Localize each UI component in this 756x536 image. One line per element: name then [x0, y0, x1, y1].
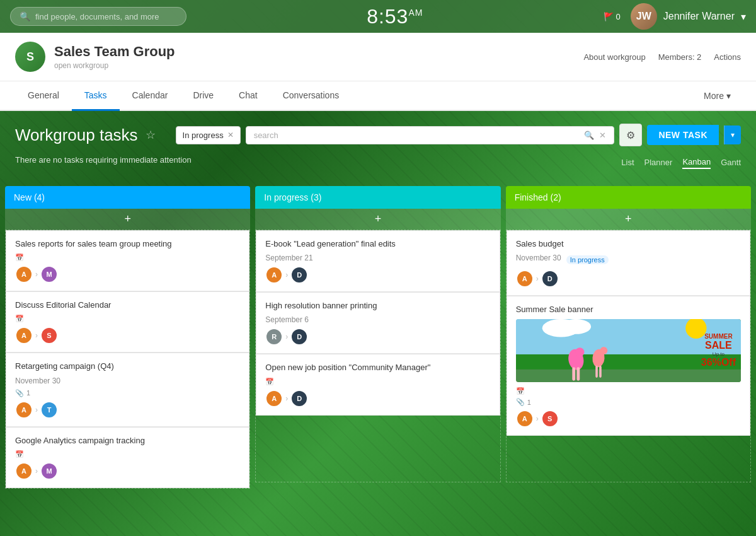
workgroup-header: S Sales Team Group open workgroup About …: [0, 33, 756, 81]
table-row[interactable]: Open new job position "Community Manager…: [256, 354, 500, 415]
new-task-button[interactable]: NEW TASK: [647, 125, 719, 145]
summer-sale-image: SUMMER SALE Up to 36%Off: [516, 319, 741, 382]
paperclip-icon: 📎: [516, 398, 525, 406]
filter-chip-remove[interactable]: ✕: [227, 131, 234, 139]
task-avatars: A › D: [516, 270, 741, 288]
avatar: A: [15, 401, 33, 419]
task-attachments: 📎 1: [516, 398, 741, 406]
tab-tasks[interactable]: Tasks: [72, 81, 120, 111]
view-kanban[interactable]: Kanban: [682, 156, 711, 169]
flag-badge: 🚩 0: [604, 12, 621, 21]
task-attachments: 📎 1: [15, 389, 240, 397]
avatar: S: [40, 327, 58, 344]
tasks-header: Workgroup tasks ☆ In progress ✕ 🔍 ✕ ⚙ NE…: [15, 124, 741, 146]
tab-calendar[interactable]: Calendar: [120, 81, 181, 111]
table-row[interactable]: Sales reports for sales team group meeti…: [6, 230, 249, 291]
task-meta: 📅: [516, 387, 741, 395]
task-avatars: A › M: [15, 462, 240, 480]
calendar-icon: 📅: [265, 378, 274, 386]
search-input[interactable]: [35, 12, 161, 21]
view-list[interactable]: List: [621, 156, 634, 168]
star-icon[interactable]: ☆: [146, 128, 156, 142]
calendar-icon: 📅: [516, 387, 525, 395]
avatar: A: [15, 327, 33, 344]
view-gantt[interactable]: Gantt: [721, 156, 741, 168]
search-box[interactable]: 🔍: [10, 7, 186, 26]
calendar-icon: 📅: [15, 315, 24, 323]
svg-rect-12: [599, 366, 602, 378]
task-avatars: A › D: [265, 390, 490, 407]
task-date: November 30: [15, 376, 240, 385]
avatar: JW: [631, 3, 657, 30]
task-search-input[interactable]: [254, 131, 580, 140]
column-inprogress-header: In progress (3): [255, 186, 500, 209]
table-row[interactable]: Summer Sale banner: [507, 296, 750, 436]
avatar: D: [290, 390, 308, 407]
task-meta: 📅: [15, 450, 240, 458]
table-row[interactable]: Retargeting campaign (Q4) November 30 📎 …: [6, 352, 249, 426]
task-avatars: A › D: [265, 266, 490, 284]
add-new-task-button[interactable]: +: [5, 209, 250, 230]
summer-sale-text: SUMMER SALE Up to 36%Off: [701, 333, 736, 368]
about-workgroup-link[interactable]: About workgroup: [583, 52, 645, 62]
members-link[interactable]: Members: 2: [658, 52, 702, 62]
tab-conversations[interactable]: Conversations: [270, 81, 352, 111]
avatar: A: [15, 265, 33, 283]
column-inprogress-body: E-book "Lead generation" final edits Sep…: [255, 230, 500, 482]
avatar: R: [265, 328, 283, 346]
column-finished: Finished (2) + Sales budget November 30 …: [506, 186, 751, 489]
filter-bar: In progress ✕ 🔍 ✕ ⚙ NEW TASK ▾: [176, 124, 741, 146]
task-title: Google Analytics campaign tracking: [15, 435, 240, 446]
column-new-body: Sales reports for sales team group meeti…: [5, 230, 250, 489]
avatar: A: [516, 270, 534, 288]
task-title: Open new job position "Community Manager…: [265, 362, 490, 373]
task-avatars: A › M: [15, 265, 240, 283]
table-row[interactable]: Discuss Editorial Calendar 📅 A › S: [6, 291, 249, 352]
avatar: A: [265, 266, 283, 284]
new-task-dropdown-button[interactable]: ▾: [724, 125, 741, 144]
avatar: D: [290, 328, 308, 346]
clear-search-icon[interactable]: ✕: [599, 131, 606, 140]
tab-drive[interactable]: Drive: [180, 81, 226, 111]
search-filter[interactable]: 🔍 ✕: [246, 126, 615, 144]
task-avatars: A › T: [15, 401, 240, 419]
attention-message: There are no tasks requiring immediate a…: [15, 155, 192, 165]
add-finished-task-button[interactable]: +: [506, 209, 751, 230]
table-row[interactable]: E-book "Lead generation" final edits Sep…: [256, 230, 500, 292]
user-info: JW Jennifer Warner ▾: [631, 3, 746, 30]
task-date: September 21: [265, 253, 490, 262]
filter-chip[interactable]: In progress ✕: [176, 126, 241, 144]
workgroup-actions: About workgroup Members: 2 Actions: [583, 52, 741, 62]
status-badge: In progress: [566, 255, 609, 264]
main-panel: S Sales Team Group open workgroup About …: [0, 33, 756, 111]
task-title: Discuss Editorial Calendar: [15, 300, 240, 311]
settings-button[interactable]: ⚙: [619, 124, 642, 146]
view-planner[interactable]: Planner: [644, 156, 673, 168]
tab-chat[interactable]: Chat: [226, 81, 270, 111]
tasks-area: Workgroup tasks ☆ In progress ✕ 🔍 ✕ ⚙ NE…: [0, 111, 756, 186]
table-row[interactable]: High resolution banner printing Septembe…: [256, 292, 500, 354]
workgroup-title: Sales Team Group: [54, 44, 175, 60]
calendar-icon: 📅: [15, 253, 24, 262]
avatar: M: [40, 462, 58, 480]
tab-general[interactable]: General: [15, 81, 72, 111]
svg-point-5: [561, 319, 591, 334]
task-title: High resolution banner printing: [265, 300, 490, 312]
actions-link[interactable]: Actions: [714, 52, 741, 62]
table-row[interactable]: Google Analytics campaign tracking 📅 A ›…: [6, 427, 249, 488]
avatar: T: [40, 401, 58, 419]
search-icon: 🔍: [20, 11, 30, 21]
column-new: New (4) + Sales reports for sales team g…: [5, 186, 250, 489]
tab-more[interactable]: More ▾: [694, 82, 741, 110]
task-meta: 📅: [15, 315, 240, 323]
task-avatars: R › D: [265, 328, 490, 346]
table-row[interactable]: Sales budget November 30 In progress A ›…: [507, 230, 750, 296]
workgroup-avatar: S: [15, 42, 45, 72]
workgroup-subtitle: open workgroup: [54, 61, 175, 70]
avatar: S: [541, 410, 559, 428]
user-name: Jennifer Warner: [663, 11, 735, 22]
svg-rect-11: [595, 366, 598, 378]
time-display: 8:53AM: [197, 5, 593, 28]
task-date: September 6: [265, 315, 490, 324]
add-inprogress-task-button[interactable]: +: [255, 209, 500, 230]
